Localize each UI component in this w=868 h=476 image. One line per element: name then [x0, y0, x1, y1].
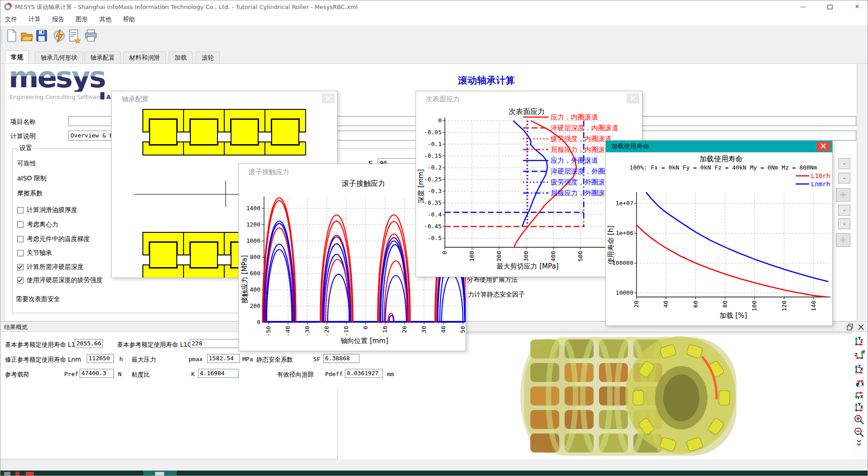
svg-text:0: 0 — [257, 319, 260, 325]
svg-text:屈服应力，外圈滚道: 屈服应力，外圈滚道 — [551, 189, 612, 197]
svg-text:40: 40 — [662, 301, 669, 308]
svg-text:-0.45: -0.45 — [424, 223, 442, 230]
svg-text:500: 500 — [577, 251, 584, 261]
result-value[interactable]: 1582.54 — [207, 354, 240, 363]
settings-dropdown-1[interactable]: ⌄ — [838, 205, 850, 216]
zoom-out-icon[interactable] — [854, 427, 865, 438]
svg-text:Y: Y — [862, 350, 865, 354]
close-window-icon[interactable] — [816, 142, 830, 151]
svg-text:加载使用寿命: 加载使用寿命 — [699, 155, 743, 163]
result-value[interactable]: 112650 — [87, 354, 114, 363]
reliability-dropdown[interactable]: ⌄ — [838, 158, 850, 169]
taskbar-icon[interactable] — [15, 472, 19, 476]
result-symbol: Pref — [64, 371, 78, 377]
save-icon[interactable] — [36, 29, 49, 44]
svg-text:400: 400 — [250, 286, 260, 293]
menu-extras[interactable]: 其他 — [94, 13, 116, 26]
result-label: 基本参考额定使用寿命 L10 — [5, 341, 79, 349]
menu-report[interactable]: 报告 — [47, 13, 69, 26]
checkbox-icon[interactable] — [17, 250, 24, 256]
svg-text:-0.25: -0.25 — [424, 176, 442, 183]
svg-text:应力，内圈滚道: 应力，内圈滚道 — [551, 113, 598, 121]
result-symbol: pmax — [189, 356, 203, 363]
axis-xz-icon[interactable]: ZX — [854, 377, 865, 388]
checkbox-row-fatigue-strength[interactable]: 使用淬硬层深度的疲劳强度 — [17, 276, 103, 284]
results-overview-title: 结果概览 — [4, 323, 28, 331]
result-value[interactable]: 6.38868 — [323, 354, 359, 363]
result-unit: MPa — [242, 356, 253, 363]
result-value[interactable]: 4.16984 — [198, 369, 239, 378]
result-symbol: SF — [313, 356, 321, 363]
checkbox-row-oil-film[interactable]: 计算润滑油膜厚度 — [17, 206, 77, 214]
panel-divider — [0, 459, 337, 459]
bearing-3d-view[interactable] — [413, 332, 852, 459]
svg-text:800: 800 — [250, 254, 260, 260]
result-value[interactable]: 0.0361927 — [345, 369, 383, 378]
axis-zx-icon[interactable]: ZX — [854, 364, 865, 375]
checkbox-row-temperature-gradient[interactable]: 考虑元件中的温度梯度 — [17, 235, 90, 243]
result-value[interactable]: 228 — [190, 339, 243, 348]
checkbox-icon[interactable] — [17, 222, 24, 228]
svg-text:疲劳强度，外圈滚道: 疲劳强度，外圈滚道 — [551, 178, 612, 186]
close-panel-icon[interactable] — [858, 324, 864, 330]
checkbox-row-hardening-depth[interactable]: 计算所需淬硬层深度 — [17, 263, 84, 271]
svg-text:Z: Z — [860, 339, 863, 344]
svg-text:1200: 1200 — [246, 221, 260, 228]
result-value[interactable]: 2055.66 — [75, 339, 103, 348]
checkbox-icon[interactable] — [17, 264, 24, 270]
more-icons-chevron[interactable] — [854, 439, 865, 448]
svg-text:-0.35: -0.35 — [424, 199, 442, 206]
svg-text:300: 300 — [523, 251, 529, 261]
checkbox-icon[interactable] — [17, 207, 24, 213]
settings-dropdown-2[interactable]: ⌄ — [838, 218, 850, 229]
axis-yx-icon[interactable]: YX — [854, 389, 865, 401]
window-load-life: 加载使用寿命 204060801001201401e+071e+06100000… — [605, 140, 833, 326]
toolbar-handle[interactable] — [1, 30, 4, 43]
window-titlebar[interactable]: MESYS 滚动轴承计算 - Shanghai InfoMass Informa… — [0, 0, 868, 13]
menu-graphics[interactable]: 图形 — [71, 13, 92, 26]
calculate-icon[interactable] — [53, 29, 66, 44]
svg-text:-30: -30 — [304, 326, 311, 336]
checkbox-row-joint-bearing[interactable]: 关节轴承 — [17, 249, 52, 257]
axis-xy-icon[interactable]: YX — [854, 402, 865, 413]
new-file-icon[interactable] — [6, 29, 19, 44]
axis-zy-icon[interactable]: YZ — [854, 349, 865, 361]
result-value[interactable]: 47400.3 — [80, 369, 114, 378]
checkbox-icon[interactable] — [17, 236, 24, 242]
window-titlebar-active[interactable]: 加载使用寿命 — [606, 141, 832, 152]
zoom-in-icon[interactable] — [854, 414, 865, 425]
taskbar-icon[interactable] — [26, 472, 34, 476]
print-icon[interactable] — [85, 29, 98, 44]
window-title: MESYS 滚动轴承计算 - Shanghai InfoMass Informa… — [15, 3, 358, 11]
taskbar[interactable] — [0, 471, 868, 476]
svg-text:600: 600 — [250, 270, 260, 277]
friction-plus-button[interactable]: + — [836, 188, 850, 202]
float-panel-icon[interactable] — [847, 324, 854, 330]
maximize-button[interactable] — [824, 2, 836, 11]
app-icon — [4, 3, 12, 11]
settings-title: 设置 — [18, 144, 34, 152]
taskbar-icon[interactable] — [4, 472, 10, 476]
checkbox-row-centrifugal[interactable]: 考虑离心力 — [17, 221, 58, 229]
tab-roller[interactable]: 滚轮 — [196, 52, 220, 63]
menu-file[interactable]: 文件 — [0, 13, 22, 26]
open-file-icon[interactable] — [20, 29, 34, 44]
tab-material-lubrication[interactable]: 材料和润滑 — [123, 52, 166, 63]
svg-text:-0.3: -0.3 — [428, 188, 442, 194]
svg-text:-40: -40 — [284, 326, 291, 336]
load-life-chart: 204060801001201401e+071e+0610000010000L1… — [606, 152, 832, 325]
svg-text:-50: -50 — [265, 326, 272, 336]
tab-loading[interactable]: 加载 — [169, 52, 193, 63]
taskbar-app-active[interactable] — [143, 471, 177, 476]
checkbox-icon[interactable] — [17, 277, 24, 283]
menu-help[interactable]: 帮助 — [118, 13, 139, 26]
aiso-dropdown[interactable]: ⌄ — [838, 173, 850, 184]
minimize-button[interactable]: — — [797, 2, 809, 11]
settings-plus-button[interactable]: + — [836, 233, 850, 247]
report-icon[interactable] — [68, 29, 82, 44]
axis-yz-icon[interactable]: YZ — [854, 336, 865, 347]
menu-calculation[interactable]: 计算 — [24, 13, 45, 26]
close-button[interactable]: ✕ — [851, 2, 863, 11]
svg-text:轴向位置 [mm]: 轴向位置 [mm] — [340, 337, 388, 345]
svg-text:0: 0 — [362, 326, 369, 330]
